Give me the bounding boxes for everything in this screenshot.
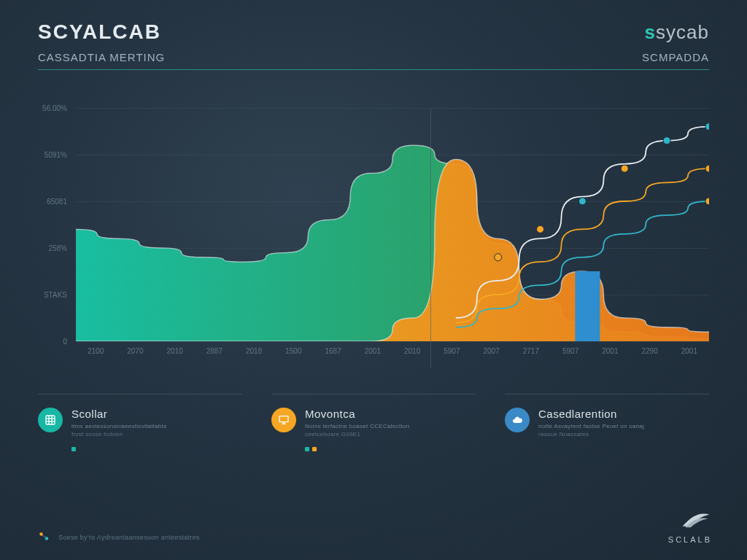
footer-icon [38, 531, 51, 544]
info-sub1: notte Asvaytent fastse Peoet on sanaj [538, 423, 644, 429]
info-heading: Scollar [71, 408, 167, 420]
info-sub2: frvst scose fodnen [71, 431, 167, 438]
x-tick: 2007 [472, 347, 511, 365]
info-sub2: raasue Noassates [538, 431, 644, 438]
area-series [76, 145, 709, 341]
info-sub2: ceetcehoare G09E1 [305, 431, 409, 438]
x-tick: 2290 [630, 347, 670, 365]
brand-logo: SCLALB [668, 509, 712, 544]
x-tick: 1500 [274, 347, 313, 365]
info-sub1: itms aestessonsicaeesticvitattable [71, 423, 167, 429]
y-tick: STAKS [44, 291, 67, 299]
x-tick: 1687 [314, 347, 353, 365]
info-heading: Movontca [305, 408, 409, 420]
x-tick: 5907 [432, 347, 471, 365]
chart-divider [430, 108, 431, 368]
x-tick: 2010 [155, 347, 195, 365]
grid-line [76, 341, 709, 342]
info-legend [71, 442, 167, 455]
info-row: Scollar itms aestessonsicaeesticvitattab… [38, 394, 709, 455]
subtitle-right: SCMPADDA [642, 51, 709, 63]
y-tick: 258% [48, 244, 67, 252]
y-tick: 0 [63, 338, 67, 346]
header-rule [38, 69, 709, 70]
x-tick: 2100 [76, 347, 115, 365]
footer-text: Soese by're Aydreantaansesuon anteestatr… [58, 534, 200, 541]
svg-rect-0 [46, 416, 55, 424]
info-text: Movontca Noins terfactne boaset CCECalec… [305, 408, 409, 455]
chart-marker [705, 165, 709, 172]
x-axis: 2100207020102887201815001687200120105907… [76, 347, 709, 365]
info-column: Scollar itms aestessonsicaeesticvitattab… [38, 394, 242, 455]
y-tick: 65081 [47, 198, 67, 206]
footer: Soese by're Aydreantaansesuon anteestatr… [38, 531, 200, 544]
header: SCYALCAB ssycab CASSADTIA MERTING SCMPAD… [38, 20, 709, 70]
y-axis: 0STAKS258%650815091%56.00% [38, 108, 73, 341]
x-tick: 2001 [590, 347, 630, 365]
brand-swoosh-icon [680, 509, 712, 531]
y-tick: 56.00% [42, 104, 67, 112]
cloud-icon [505, 408, 530, 432]
x-tick: 2010 [392, 347, 432, 365]
x-tick: 2717 [511, 347, 551, 365]
info-text: Casedlarention notte Asvaytent fastse Pe… [538, 408, 644, 455]
info-text: Scollar itms aestessonsicaeesticvitattab… [71, 408, 167, 455]
chart-marker [705, 123, 709, 131]
x-tick: 2070 [115, 347, 155, 365]
x-tick: 2001 [353, 347, 392, 365]
bar-segment [575, 271, 600, 341]
monitor-icon [271, 408, 296, 432]
chart-marker [621, 165, 628, 172]
chart-canvas [76, 108, 709, 341]
chart-marker [578, 198, 586, 205]
info-column: Movontca Noins terfactne boaset CCECalec… [271, 394, 476, 455]
brand-rest: sycab [656, 21, 709, 43]
subtitle-left: CASSADTIA MERTING [38, 51, 165, 63]
x-tick: 5907 [551, 347, 590, 365]
chart-marker [537, 225, 544, 233]
brand-logo-text: SCLALB [668, 535, 712, 544]
brand-s: s [645, 21, 656, 43]
x-tick: 2018 [234, 347, 274, 365]
info-column: Casedlarention notte Asvaytent fastse Pe… [505, 394, 709, 455]
brand-wordmark: ssycab [645, 21, 709, 44]
page-title: SCYALCAB [38, 20, 161, 44]
y-tick: 5091% [44, 151, 67, 159]
x-tick: 2887 [195, 347, 234, 365]
x-tick: 2001 [670, 347, 709, 365]
chart-marker [495, 254, 502, 261]
chart: 0STAKS258%650815091%56.00% 2100207020102… [38, 108, 709, 370]
svg-rect-5 [279, 416, 288, 422]
chart-marker [705, 198, 709, 205]
grid-icon [38, 408, 63, 432]
info-sub1: Noins terfactne boaset CCECalectton [305, 423, 409, 429]
info-heading: Casedlarention [538, 408, 644, 420]
chart-marker [663, 137, 670, 144]
info-legend [305, 442, 409, 455]
